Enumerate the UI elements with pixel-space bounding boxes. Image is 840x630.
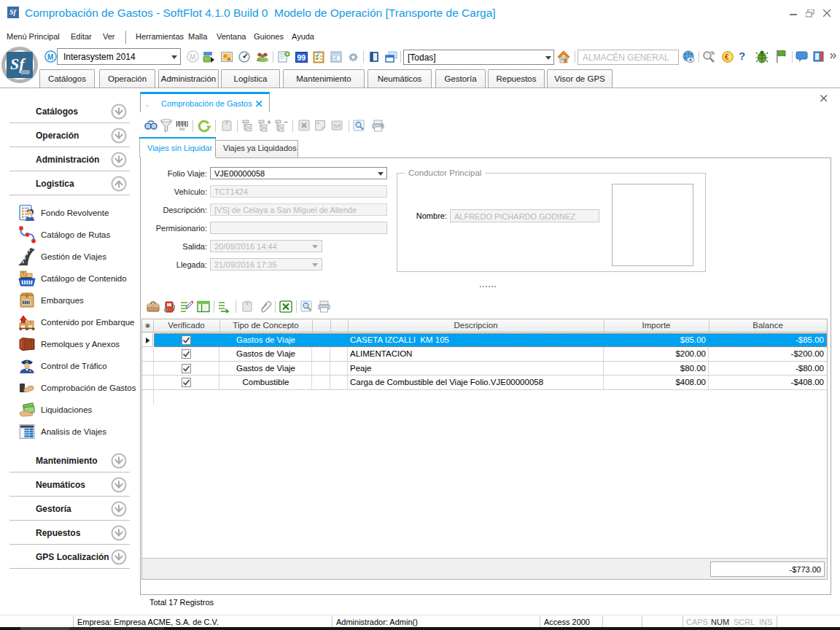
svg-text:M: M — [190, 53, 195, 61]
svg-text:INV: INV — [179, 128, 185, 131]
svg-text:99: 99 — [298, 53, 306, 62]
svg-text:TxT: TxT — [333, 124, 341, 128]
svg-text:€: € — [725, 53, 729, 61]
svg-text:M: M — [47, 53, 53, 61]
